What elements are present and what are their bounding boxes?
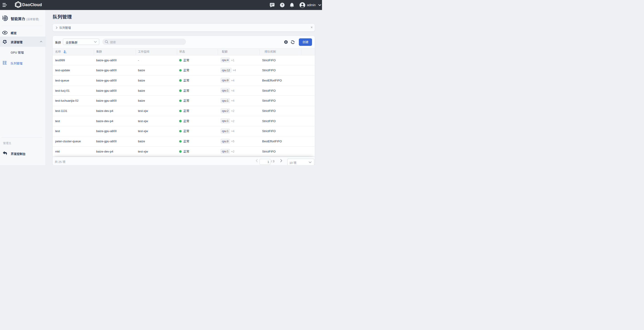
svg-text:?: ? bbox=[281, 3, 283, 7]
